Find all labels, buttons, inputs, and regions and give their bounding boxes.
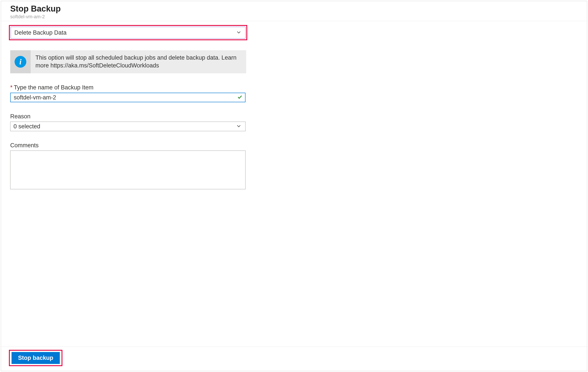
info-text: This option will stop all scheduled back… xyxy=(31,50,246,73)
reason-label: Reason xyxy=(10,113,587,120)
checkmark-icon xyxy=(237,95,242,100)
backup-item-name-input[interactable]: softdel-vm-am-2 xyxy=(10,93,245,102)
comments-textarea[interactable] xyxy=(10,150,245,189)
name-field-label: *Type the name of Backup Item xyxy=(10,84,587,91)
info-message: i This option will stop all scheduled ba… xyxy=(10,50,246,73)
chevron-down-icon xyxy=(236,30,241,36)
info-icon: i xyxy=(15,56,26,68)
stop-backup-button[interactable]: Stop backup xyxy=(11,352,60,364)
comments-label: Comments xyxy=(10,142,587,149)
footer: Stop backup xyxy=(1,347,587,370)
reason-dropdown[interactable]: 0 selected xyxy=(10,122,245,131)
page-title: Stop Backup xyxy=(10,4,579,13)
info-icon-container: i xyxy=(10,50,31,73)
action-dropdown-value: Delete Backup Data xyxy=(14,29,67,36)
page-subtitle: softdel-vm-am-2 xyxy=(10,14,579,20)
action-dropdown-highlight: Delete Backup Data xyxy=(9,25,247,40)
backup-item-name-value: softdel-vm-am-2 xyxy=(14,94,56,101)
chevron-down-icon xyxy=(236,123,241,129)
stop-button-highlight: Stop backup xyxy=(9,350,63,366)
required-asterisk: * xyxy=(10,84,13,91)
reason-dropdown-value: 0 selected xyxy=(13,123,40,130)
page-header: Stop Backup softdel-vm-am-2 xyxy=(1,1,587,21)
action-dropdown[interactable]: Delete Backup Data xyxy=(11,27,245,39)
